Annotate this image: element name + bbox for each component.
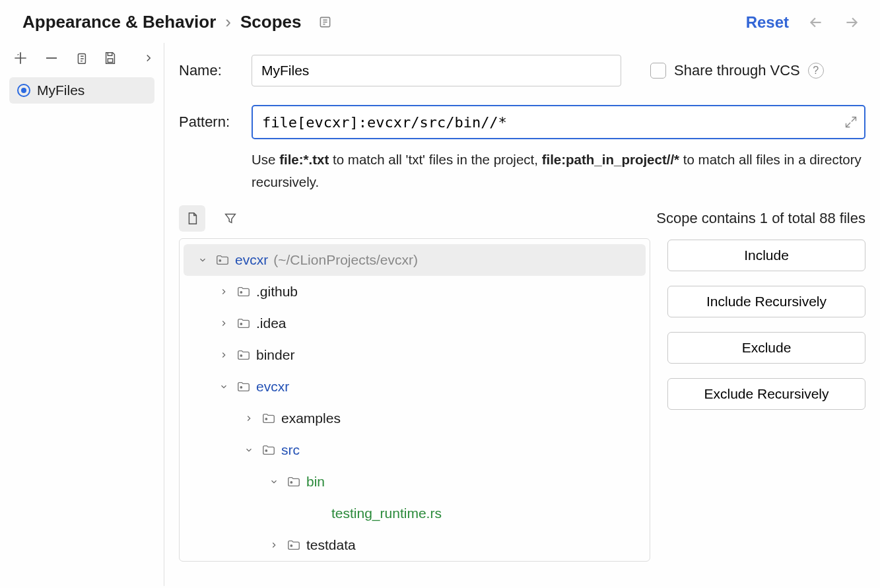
include-button[interactable]: Include — [667, 240, 865, 271]
breadcrumb-part-1[interactable]: Appearance & Behavior — [22, 12, 216, 32]
save-scope-icon[interactable] — [103, 51, 118, 65]
help-icon[interactable]: ? — [808, 63, 824, 79]
folder-icon — [215, 253, 230, 267]
svg-point-7 — [240, 291, 242, 292]
show-files-icon[interactable] — [179, 205, 205, 232]
tree-node-label: .github — [256, 284, 298, 300]
tree-node-label: .idea — [256, 315, 287, 331]
tree-node-label: evcxr — [235, 252, 268, 268]
include-recursive-button[interactable]: Include Recursively — [667, 286, 865, 317]
name-input[interactable] — [252, 55, 621, 86]
tree-row[interactable]: .idea — [180, 308, 650, 339]
folder-icon — [236, 284, 251, 299]
back-arrow-icon[interactable] — [807, 14, 825, 31]
filter-icon[interactable] — [217, 205, 244, 232]
expand-field-icon[interactable] — [844, 115, 858, 129]
svg-point-12 — [265, 449, 267, 451]
breadcrumb: Appearance & Behavior › Scopes — [22, 12, 331, 32]
pattern-hint: Use file:*.txt to match all 'txt' files … — [252, 148, 865, 193]
svg-point-6 — [219, 259, 220, 261]
breadcrumb-part-2[interactable]: Scopes — [240, 12, 302, 32]
svg-point-14 — [290, 544, 292, 546]
folder-icon — [287, 474, 301, 489]
tree-node-label: evcxr — [256, 379, 289, 395]
chevron-icon[interactable] — [267, 540, 281, 550]
tree-row[interactable]: .github — [180, 276, 650, 308]
sidebar-item-myfiles[interactable]: MyFiles — [9, 77, 154, 104]
tree-row[interactable]: evcxr (~/CLionProjects/evcxr) — [184, 244, 646, 276]
share-vcs-checkbox[interactable] — [650, 63, 666, 79]
forward-arrow-icon[interactable] — [843, 14, 860, 31]
exclude-recursive-button[interactable]: Exclude Recursively — [667, 378, 865, 410]
tree-node-label: src — [281, 442, 300, 458]
tree-row[interactable]: src — [180, 434, 650, 466]
tree-node-label: bin — [306, 474, 325, 490]
chevron-icon[interactable] — [267, 477, 281, 486]
chevron-icon[interactable] — [242, 414, 256, 423]
chevron-right-icon[interactable] — [143, 52, 154, 64]
copy-scope-icon[interactable] — [74, 51, 88, 65]
folder-icon — [261, 443, 276, 457]
reset-button[interactable]: Reset — [746, 13, 789, 32]
folder-icon — [236, 379, 251, 394]
chevron-icon[interactable] — [217, 319, 231, 328]
add-scope-icon[interactable] — [12, 49, 29, 67]
name-field-label: Name: — [179, 62, 240, 79]
tree-node-label: binder — [256, 347, 294, 363]
folder-icon — [236, 348, 251, 362]
scopes-settings-icon[interactable] — [319, 16, 331, 28]
pattern-input[interactable] — [252, 105, 865, 139]
sidebar-item-label: MyFiles — [37, 82, 85, 98]
pattern-field-label: Pattern: — [179, 114, 240, 131]
chevron-icon[interactable] — [217, 287, 231, 296]
folder-icon — [261, 411, 276, 426]
tree-node-path: (~/CLionProjects/evcxr) — [273, 252, 418, 268]
sidebar-toolbar — [0, 44, 164, 76]
tree-row[interactable]: binder — [180, 339, 650, 371]
scopes-sidebar: MyFiles — [0, 43, 164, 586]
svg-point-10 — [240, 386, 242, 387]
header-bar: Appearance & Behavior › Scopes Reset — [0, 0, 880, 43]
tree-row[interactable]: bin — [180, 466, 650, 498]
chevron-icon[interactable] — [195, 255, 210, 265]
chevron-icon[interactable] — [217, 382, 231, 391]
scope-file-count: Scope contains 1 of total 88 files — [656, 210, 865, 227]
tree-row[interactable]: examples — [180, 403, 650, 434]
folder-icon — [236, 316, 251, 331]
tree-row[interactable]: testing_runtime.rs — [180, 498, 650, 529]
tree-row[interactable]: evcxr — [180, 371, 650, 403]
svg-point-11 — [265, 418, 267, 419]
folder-icon — [287, 538, 301, 552]
chevron-icon[interactable] — [217, 350, 231, 360]
local-scope-icon — [17, 84, 30, 97]
breadcrumb-separator: › — [225, 12, 231, 32]
tree-row[interactable]: testdata — [180, 529, 650, 561]
svg-point-8 — [240, 323, 242, 324]
svg-point-13 — [290, 481, 292, 482]
tree-node-label: testdata — [306, 537, 356, 553]
remove-scope-icon[interactable] — [44, 50, 59, 66]
tree-node-label: testing_runtime.rs — [331, 506, 442, 521]
svg-rect-5 — [108, 59, 112, 63]
project-tree[interactable]: evcxr (~/CLionProjects/evcxr).github.ide… — [179, 238, 650, 562]
chevron-icon[interactable] — [242, 445, 256, 455]
svg-point-9 — [240, 354, 242, 356]
tree-node-label: examples — [281, 410, 341, 426]
exclude-button[interactable]: Exclude — [667, 332, 865, 364]
share-vcs-label: Share through VCS — [674, 62, 800, 79]
